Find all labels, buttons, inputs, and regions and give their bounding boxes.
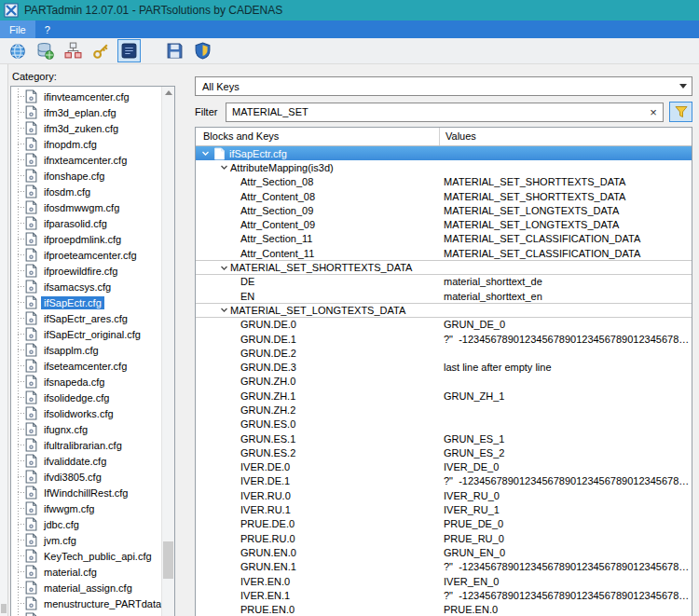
column-header-blocks-and-keys[interactable]: Blocks and Keys [196,128,440,145]
category-item[interactable]: KeyTech_public_api.cfg [11,548,161,564]
security-button[interactable] [191,39,214,62]
table-row-key[interactable]: Attr_Section_11 MATERIAL_SET_CLASSIFICAT… [196,232,692,246]
table-row-key[interactable]: GRUN.EN.0 GRUN_EN_0 [196,545,692,559]
keys-table-body: ifSapEctr.cfg AttributeMapping(is3d) Att… [196,146,692,616]
chevron-down-icon[interactable] [218,306,230,314]
category-item[interactable]: menuvisibility_PARTdataManager.cfg [11,611,161,616]
category-item[interactable]: ifugnx.cfg [11,421,161,437]
clear-filter-icon[interactable]: × [645,103,662,122]
table-row-key[interactable]: Attr_Content_09 MATERIAL_SET_LONGTEXTS_D… [196,217,692,231]
category-item[interactable]: IfWindchillRest.cfg [11,485,161,500]
category-item[interactable]: ifsnapeda.cfg [11,374,161,390]
category-item[interactable]: ifwwgm.cfg [11,500,161,516]
table-row-section[interactable]: MATERIAL_SET_LONGTEXTS_DATA [196,303,692,317]
table-row-key[interactable]: GRUN.DE.3 last line after empty line [196,360,692,374]
key-label: IVER.DE.0 [240,461,290,472]
category-item[interactable]: ifsolidworks.cfg [11,405,161,421]
table-row-key[interactable]: GRUN.DE.2 [196,346,692,360]
table-row-section[interactable]: MATERIAL_SET_SHORTTEXTS_DATA [196,260,692,274]
menu-item-file[interactable]: File [0,21,35,38]
chevron-down-icon[interactable] [218,264,230,272]
chevron-down-icon[interactable] [199,149,212,157]
catalog-update-button[interactable] [62,39,85,62]
chevron-down-icon[interactable] [218,163,230,171]
category-item[interactable]: ifm3d_zuken.cfg [11,120,161,136]
table-row-key[interactable]: DE material_shorttext_de [196,275,692,289]
database-globe-button[interactable] [34,39,57,62]
table-row-key[interactable]: IVER.RU.1 IVER_RU_1 [196,502,692,516]
table-row-key[interactable]: GRUN.ES.1 GRUN_ES_1 [196,431,692,445]
menu-item-help[interactable]: ? [35,21,60,38]
table-row-key[interactable]: GRUN.DE.0 GRUN_DE_0 [196,318,692,332]
category-item[interactable]: ifonshape.cfg [11,168,161,184]
category-item[interactable]: ifSapEctr.cfg [11,294,161,310]
table-row-key[interactable]: GRUN.ES.0 [196,418,692,431]
table-row-key[interactable]: IVER.RU.0 IVER_RU_0 [196,488,692,502]
category-item[interactable]: ifvdi3805.cfg [11,469,161,485]
category-item[interactable]: ifnxteamcenter.cfg [11,152,161,168]
category-item[interactable]: menustructure_PARTdataManager.cfg [11,595,161,611]
category-item[interactable]: ifinvteamcenter.cfg [11,89,161,104]
save-button[interactable] [163,39,186,62]
category-item-label: ifnopdm.cfg [41,138,100,151]
category-item[interactable]: ifSapEctr_ares.cfg [11,310,161,326]
category-item[interactable]: ifsolidedge.cfg [11,390,161,405]
config-file-icon [25,517,37,531]
combo-dropdown-button[interactable] [675,78,691,94]
table-row-key[interactable]: GRUN.ES.2 GRUN_ES_2 [196,445,692,459]
keys-table: Blocks and Keys Values ifSapEctr.cfg Att… [195,127,692,616]
apply-filter-button[interactable] [669,102,692,122]
table-row-key[interactable]: Attr_Content_11 MATERIAL_SET_CLASSIFICAT… [196,246,692,260]
splitter-grip[interactable] [1,604,7,613]
table-row-key[interactable]: PRUE.EN.0 PRUE.EN.0 [196,603,692,616]
license-key-button[interactable] [89,39,113,62]
category-item[interactable]: material_assign.cfg [11,580,161,595]
table-row-key[interactable]: GRUN.ZH.1 GRUN_ZH_1 [196,389,692,403]
category-item[interactable]: ifSapEctr_original.cfg [11,326,161,342]
catalog-update-icon [64,42,82,60]
table-row-key[interactable]: PRUE.DE.0 PRUE_DE_0 [196,517,692,531]
table-row-key[interactable]: GRUN.ZH.2 [196,403,692,417]
category-item[interactable]: ifseteamcenter.cfg [11,358,161,374]
category-item[interactable]: ifproeteamcenter.cfg [11,247,161,263]
category-item[interactable]: jvm.cfg [11,532,161,548]
category-item[interactable]: ifparasolid.cfg [11,215,161,231]
table-row-key[interactable]: Attr_Content_08 MATERIAL_SET_SHORTTEXTS_… [196,189,692,203]
table-row-key[interactable]: Attr_Section_08 MATERIAL_SET_SHORTTEXTS_… [196,175,692,189]
category-item[interactable]: ifproewildfire.cfg [11,263,161,279]
category-item[interactable]: ifosdm.cfg [11,184,161,199]
category-item[interactable]: ifproepdmlink.cfg [11,231,161,247]
table-row-key[interactable]: Attr_Section_09 MATERIAL_SET_LONGTEXTS_D… [196,203,692,217]
table-row-key[interactable]: IVER.DE.1 ?" -12345678901234567890123456… [196,474,692,488]
category-item[interactable]: material.cfg [11,564,161,580]
category-item[interactable]: ifosdmwwgm.cfg [11,199,161,215]
scrollbar-thumb[interactable] [163,541,173,579]
table-row-key[interactable]: GRUN.DE.1 ?" -12345678901234567890123456… [196,332,692,346]
table-row-key[interactable]: EN material_shorttext_en [196,289,692,303]
scroll-up-icon[interactable] [165,90,172,95]
category-item[interactable]: jdbc.cfg [11,516,161,532]
category-scrollbar[interactable] [161,87,174,616]
table-row-key[interactable]: PRUE.RU.0 PRUE_RU_0 [196,531,692,545]
table-row-file[interactable]: ifSapEctr.cfg [196,146,692,160]
table-row-key[interactable]: IVER.EN.1 ?" -12345678901234567890123456… [196,588,692,602]
table-row-key[interactable]: GRUN.ZH.0 [196,375,692,389]
filter-input[interactable] [226,103,664,122]
category-item[interactable]: ifnopdm.cfg [11,136,161,152]
column-header-values[interactable]: Values [440,128,692,145]
category-item[interactable]: ifm3d_eplan.cfg [11,104,161,120]
configuration-files-button[interactable] [117,39,141,62]
category-item[interactable]: ifultralibrarian.cfg [11,437,161,453]
table-row-key[interactable]: GRUN.EN.1 ?" -12345678901234567890123456… [196,560,692,574]
category-item[interactable]: ifsapplm.cfg [11,342,161,358]
config-file-icon [25,549,37,563]
online-globe-button[interactable] [6,39,29,62]
table-row-key[interactable]: IVER.DE.0 IVER_DE_0 [196,460,692,474]
table-row-key[interactable]: IVER.EN.0 IVER_EN_0 [196,574,692,588]
category-item[interactable]: ifsamacsys.cfg [11,279,161,294]
keys-scope-combobox[interactable]: All Keys [195,76,692,96]
table-row-section[interactable]: AttributeMapping(is3d) [196,160,692,174]
category-item[interactable]: ifvaliddate.cfg [11,453,161,469]
config-editor-panel: All Keys Filter × Blocks and Keys Values [186,71,699,616]
category-item-label: menuvisibility_PARTdataManager.cfg [41,613,161,616]
